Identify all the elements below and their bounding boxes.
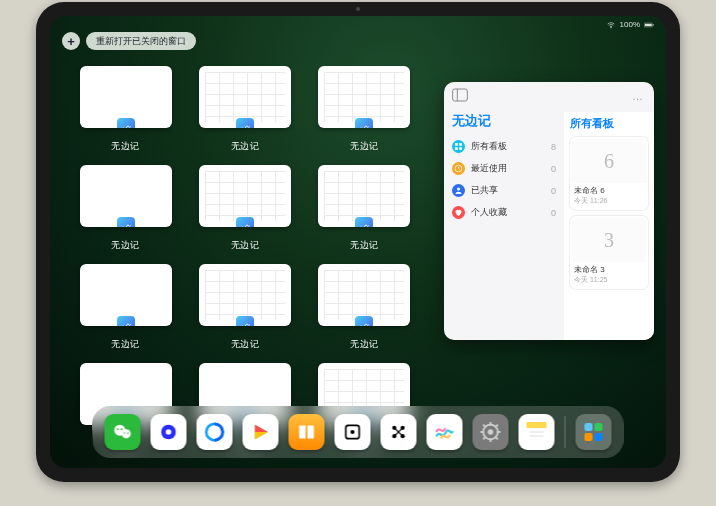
dock-quark-icon[interactable] [151,414,187,450]
svg-rect-45 [585,433,593,441]
panel-sidebar: 无边记 所有看板8最近使用0已共享0个人收藏0 [444,112,564,340]
freeform-app-icon [236,217,254,227]
dock-dots-icon[interactable] [381,414,417,450]
dock-dice-icon[interactable] [335,414,371,450]
svg-rect-44 [595,423,603,431]
app-library-icon[interactable] [576,414,612,450]
panel-title: 无边记 [452,112,556,130]
svg-point-16 [124,432,125,433]
svg-rect-7 [459,143,462,146]
dock-freeform-icon[interactable] [427,414,463,450]
svg-point-30 [488,429,494,435]
dock-settings-icon[interactable] [473,414,509,450]
person-icon [452,184,465,197]
svg-rect-40 [527,428,547,442]
dock-divider [565,416,566,448]
app-thumbnail[interactable] [318,66,410,128]
top-bar: + 重新打开已关闭的窗口 [62,32,196,50]
dock-wechat-icon[interactable] [105,414,141,450]
app-card-label: 无边记 [350,140,379,153]
clock-icon [452,162,465,175]
svg-rect-43 [585,423,593,431]
app-card[interactable]: 无边记 [75,165,176,252]
app-card[interactable]: 无边记 [314,66,415,153]
svg-point-14 [117,428,119,430]
boards-heading: 所有看板 [570,116,648,131]
sidebar-item-label: 已共享 [471,184,498,197]
ipad-frame: 100% + 重新打开已关闭的窗口 无边记无边记无边记无边记无边记无边记无边记无… [36,2,680,482]
dock-play-icon[interactable] [243,414,279,450]
dock-notes-icon[interactable] [519,414,555,450]
ellipsis-icon[interactable]: … [632,90,644,102]
app-thumbnail[interactable] [80,165,172,227]
app-card-label: 无边记 [350,239,379,252]
app-thumbnail[interactable] [318,165,410,227]
app-card[interactable]: 无边记 [75,264,176,351]
new-window-button[interactable]: + [62,32,80,50]
app-card-label: 无边记 [231,338,260,351]
freeform-app-icon [117,118,135,128]
board-card[interactable]: 3未命名 3今天 11:25 [570,216,648,289]
sidebar-item-label: 个人收藏 [471,206,507,219]
freeform-app-icon [117,217,135,227]
app-card-label: 无边记 [231,140,260,153]
svg-line-36 [495,437,498,440]
sidebar-item[interactable]: 已共享0 [452,184,556,197]
board-card[interactable]: 6未命名 6今天 11:26 [570,137,648,210]
app-card[interactable]: 无边记 [314,264,415,351]
grid-icon [452,140,465,153]
app-thumbnail[interactable] [199,66,291,128]
wifi-icon [606,21,616,29]
camera-notch [338,6,378,11]
sidebar-item-count: 0 [551,164,556,174]
app-card[interactable]: 无边记 [194,264,295,351]
svg-point-11 [457,188,460,191]
screen: 100% + 重新打开已关闭的窗口 无边记无边记无边记无边记无边记无边记无边记无… [50,16,666,468]
sidebar-item-label: 所有看板 [471,140,507,153]
board-preview: 6 [572,139,646,183]
sidebar-item-label: 最近使用 [471,162,507,175]
sidebar-toggle-icon[interactable] [452,88,468,102]
sidebar-item[interactable]: 所有看板8 [452,140,556,153]
svg-point-13 [122,429,131,438]
sidebar-item-count: 0 [551,208,556,218]
app-card[interactable]: 无边记 [314,165,415,252]
svg-rect-9 [459,147,462,150]
dock-qqbrowser-icon[interactable] [197,414,233,450]
app-card[interactable]: 无边记 [194,165,295,252]
svg-line-35 [483,425,486,428]
reopen-closed-window-button[interactable]: 重新打开已关闭的窗口 [86,32,196,50]
app-card-label: 无边记 [111,239,140,252]
sidebar-item-count: 8 [551,142,556,152]
svg-rect-6 [455,143,458,146]
app-thumbnail[interactable] [318,264,410,326]
svg-point-0 [610,27,611,28]
sidebar-item[interactable]: 个人收藏0 [452,206,556,219]
app-thumbnail[interactable] [199,264,291,326]
svg-rect-39 [527,422,547,428]
freeform-app-icon [236,316,254,326]
freeform-app-icon [236,118,254,128]
app-card-label: 无边记 [350,338,379,351]
freeform-app-icon [355,217,373,227]
app-thumbnail[interactable] [199,165,291,227]
svg-point-22 [350,430,354,434]
sidebar-item-count: 0 [551,186,556,196]
svg-point-17 [127,432,128,433]
app-card[interactable]: 无边记 [194,66,295,153]
board-name: 未命名 3 [574,264,644,275]
app-card-label: 无边记 [111,338,140,351]
app-card-label: 无边记 [111,140,140,153]
board-date: 今天 11:25 [574,275,644,285]
svg-rect-46 [595,433,603,441]
dock-books-icon[interactable] [289,414,325,450]
svg-rect-8 [455,147,458,150]
svg-rect-2 [645,23,652,25]
status-bar: 100% [606,20,654,29]
app-card[interactable]: 无边记 [75,66,176,153]
sidebar-item[interactable]: 最近使用0 [452,162,556,175]
app-thumbnail[interactable] [80,264,172,326]
freeform-app-panel[interactable]: … 无边记 所有看板8最近使用0已共享0个人收藏0 所有看板 6未命名 6今天 … [444,82,654,340]
dock [93,406,624,458]
app-thumbnail[interactable] [80,66,172,128]
